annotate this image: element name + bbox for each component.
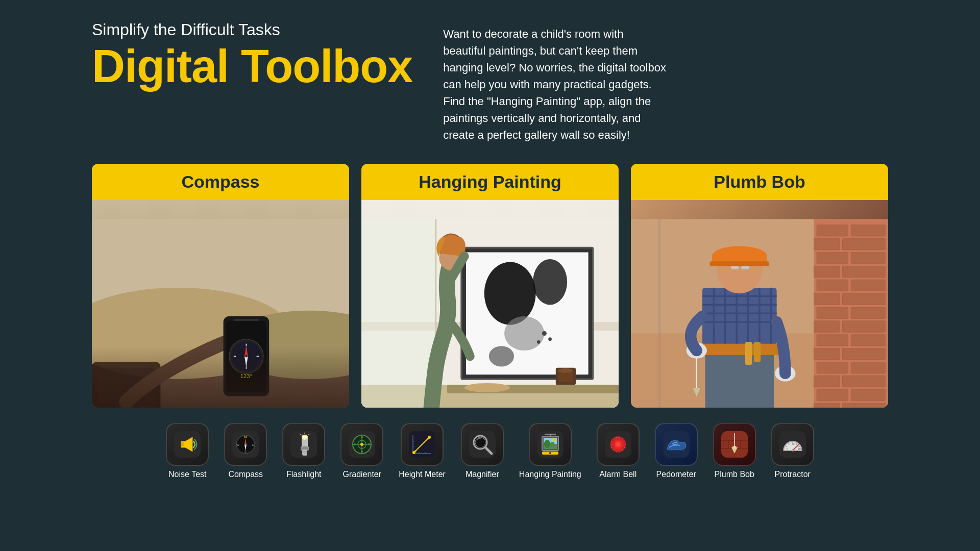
svg-rect-49: [817, 280, 848, 291]
card-compass-image: 123°: [92, 200, 349, 408]
alarm-bell-label: Alarm Bell: [599, 470, 636, 479]
svg-point-128: [361, 450, 363, 453]
svg-rect-55: [814, 321, 839, 332]
app-icon-noise-test[interactable]: Noise Test: [166, 423, 209, 479]
svg-text:E: E: [252, 443, 254, 446]
alarm-bell-icon: [605, 431, 631, 458]
svg-rect-5: [97, 368, 155, 408]
gradienter-icon: [349, 431, 375, 458]
magnifier-icon: [469, 431, 496, 458]
svg-point-27: [504, 316, 544, 350]
svg-point-151: [544, 440, 550, 448]
svg-rect-67: [814, 403, 839, 408]
card-hanging-header: Hanging Painting: [361, 164, 619, 200]
svg-text:N: N: [244, 435, 247, 439]
svg-rect-17: [234, 319, 259, 320]
height-meter-label: Height Meter: [399, 470, 446, 479]
app-icon-protractor[interactable]: 0 180 90 Protractor: [771, 423, 814, 479]
svg-rect-42: [851, 225, 885, 236]
card-compass: Compass: [92, 164, 349, 408]
app-icon-flashlight[interactable]: Flashlight: [282, 423, 325, 479]
app-icon-gradienter[interactable]: Gradienter: [340, 423, 383, 479]
app-icon-hanging-painting[interactable]: Hanging Painting: [519, 423, 581, 479]
app-icon-plumb-bob[interactable]: Plumb Bob: [713, 423, 756, 479]
svg-point-126: [360, 443, 363, 446]
svg-rect-60: [842, 348, 885, 360]
pedometer-icon: [663, 431, 690, 458]
card-plumb-header: Plumb Bob: [631, 164, 888, 200]
svg-rect-65: [817, 389, 848, 400]
svg-rect-98: [181, 442, 184, 446]
card-compass-title: Compass: [181, 172, 259, 191]
app-icon-alarm-bell[interactable]: Alarm Bell: [597, 423, 640, 479]
card-compass-header: Compass: [92, 164, 349, 200]
svg-point-138: [428, 436, 431, 439]
svg-point-108: [244, 443, 247, 445]
magnifier-icon-box: [461, 423, 504, 466]
svg-rect-4: [92, 362, 160, 408]
svg-rect-56: [842, 321, 885, 332]
svg-rect-50: [851, 280, 885, 291]
noise-test-label: Noise Test: [168, 470, 206, 479]
header-section: Simplify the Difficult Tasks Digital Too…: [0, 0, 980, 159]
app-icon-magnifier[interactable]: Magnifier: [461, 423, 504, 479]
plumb-bob-label: Plumb Bob: [715, 470, 754, 479]
app-icon-pedometer[interactable]: Pedometer: [655, 423, 698, 479]
svg-point-32: [537, 340, 541, 344]
svg-point-127: [361, 436, 363, 438]
description-text: Want to decorate a child's room with bea…: [443, 20, 668, 143]
svg-point-129: [354, 443, 356, 445]
svg-point-130: [368, 443, 370, 445]
card-plumb-image: [631, 200, 888, 408]
svg-point-137: [412, 451, 415, 454]
svg-rect-57: [817, 335, 848, 346]
app-icon-height-meter[interactable]: Height Meter: [399, 423, 446, 479]
magnifier-label: Magnifier: [465, 470, 499, 479]
svg-rect-43: [814, 239, 839, 250]
svg-rect-85: [754, 342, 761, 362]
svg-rect-46: [851, 252, 885, 263]
compass-label: Compass: [228, 470, 263, 479]
flashlight-icon: [290, 431, 317, 458]
svg-text:90: 90: [792, 442, 795, 445]
gradienter-label: Gradienter: [342, 470, 381, 479]
flashlight-label: Flashlight: [286, 470, 321, 479]
svg-rect-62: [851, 362, 885, 373]
alarm-bell-icon-box: [597, 423, 640, 466]
card-hanging-title: Hanging Painting: [419, 172, 561, 191]
svg-rect-47: [814, 266, 839, 277]
svg-point-30: [542, 331, 547, 336]
card-hanging: Hanging Painting: [361, 164, 619, 408]
protractor-icon-box: 0 180 90: [771, 423, 814, 466]
svg-rect-89: [710, 261, 769, 266]
height-meter-icon-box: [401, 423, 444, 466]
icons-bar: Noise Test N S E W Compass: [0, 408, 980, 489]
svg-rect-61: [817, 362, 848, 373]
svg-rect-51: [814, 293, 839, 305]
svg-rect-118: [302, 449, 307, 456]
svg-rect-7: [226, 321, 266, 392]
pedometer-icon-box: [655, 423, 698, 466]
hanging-painting-icon-box: [529, 423, 572, 466]
svg-rect-53: [817, 307, 848, 318]
svg-rect-41: [817, 225, 848, 236]
compass-icon: N S E W: [232, 431, 259, 458]
svg-point-162: [616, 442, 620, 446]
plumb-scene-svg: [631, 200, 888, 408]
plumb-bob-icon-box: [713, 423, 756, 466]
title-block: Simplify the Difficult Tasks Digital Too…: [92, 20, 412, 89]
svg-point-152: [550, 442, 555, 448]
svg-marker-14: [244, 345, 248, 356]
svg-rect-90: [731, 266, 739, 269]
app-icon-compass[interactable]: N S E W Compass: [224, 423, 267, 479]
pedometer-label: Pedometer: [656, 470, 696, 479]
svg-rect-84: [745, 342, 752, 365]
svg-rect-52: [842, 293, 885, 305]
svg-rect-63: [814, 375, 839, 387]
svg-marker-15: [244, 356, 248, 367]
noise-test-icon-box: [166, 423, 209, 466]
gradienter-icon-box: [340, 423, 383, 466]
card-hanging-image: [361, 200, 619, 408]
svg-rect-21: [361, 219, 436, 408]
svg-rect-44: [842, 239, 885, 250]
